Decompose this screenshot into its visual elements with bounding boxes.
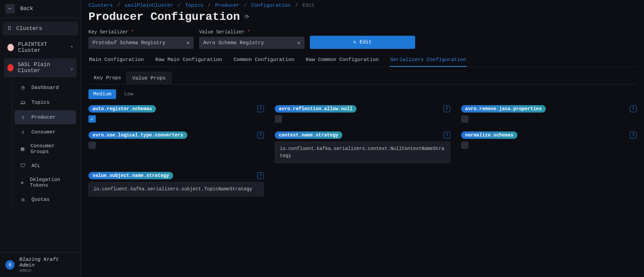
breadcrumb-current: Edit	[302, 3, 315, 8]
prop-avro-reflection-allow-null: avro.reflection.allow.null ?	[275, 105, 450, 123]
prop-checkbox[interactable]: ✓	[88, 115, 96, 123]
cluster-item-sasl[interactable]: SASL Plain Cluster ⌄	[4, 58, 77, 77]
groups-icon: ▤	[19, 145, 26, 153]
prop-name: avro.remove.java.properties	[461, 105, 546, 113]
nav-producer[interactable]: ⇧ Producer	[15, 110, 76, 124]
nav-label: Consumer	[31, 129, 56, 135]
prop-text-value[interactable]: io.confluent.kafka.serializers.subject.T…	[88, 182, 264, 196]
breadcrumb-link[interactable]: saslPlainCluster	[125, 3, 173, 8]
key-serializer-value: Protobuf Schema Registry	[92, 40, 165, 46]
prop-checkbox[interactable]	[88, 142, 96, 149]
back-label: Back	[20, 6, 33, 12]
help-icon[interactable]: ?	[444, 105, 450, 112]
nav-label: Topics	[31, 100, 50, 105]
prop-name: normalize.schemas	[461, 131, 517, 139]
prop-name: avro.use.logical.type.converters	[88, 131, 187, 139]
help-icon[interactable]: ?	[257, 132, 264, 138]
nav-quotas[interactable]: ⚖ Quotas	[15, 192, 76, 207]
key-serializer-label: Key Serializer *	[88, 29, 194, 35]
topics-icon: 🗂	[19, 99, 27, 106]
consumer-icon: ⇩	[19, 128, 27, 136]
network-icon: ⠿	[7, 25, 11, 32]
filter-tabs: Medium Low	[88, 89, 637, 99]
filter-medium[interactable]: Medium	[88, 89, 116, 99]
breadcrumb-link[interactable]: Clusters	[88, 3, 113, 8]
nav-consumer-groups[interactable]: ▤ Consumer Groups	[15, 140, 76, 158]
prop-context-name-strategy: context.name.strategy ? io.confluent.kaf…	[275, 131, 450, 163]
tab-main-config[interactable]: Main Configuration	[88, 54, 144, 67]
tokens-icon: ✳	[19, 179, 25, 186]
edit-button[interactable]: ✎ Edit	[310, 36, 415, 49]
sub-tab-key-props[interactable]: Key Props	[88, 72, 127, 84]
refresh-icon[interactable]: ⟳	[245, 13, 249, 20]
breadcrumb-link[interactable]: Producer	[215, 3, 239, 8]
help-icon[interactable]: ?	[630, 132, 637, 138]
value-serializer-select[interactable]: Avro Schema Registry ✕	[199, 37, 304, 49]
key-serializer-select[interactable]: Protobuf Schema Registry ✕	[88, 37, 194, 49]
nav-label: Consumer Groups	[31, 143, 71, 155]
sidebar-footer[interactable]: B Blazing Kraft Admin admin	[0, 252, 81, 277]
nav-delegation-tokens[interactable]: ✳ Delegation Tokens	[15, 174, 76, 192]
prop-value-subject-name-strategy: value.subject.name.strategy ? io.conflue…	[88, 172, 264, 196]
tab-raw-common-config[interactable]: Raw Common Configuration	[305, 54, 379, 67]
prop-avro-logical-type-converters: avro.use.logical.type.converters ?	[88, 131, 264, 163]
user-name: Blazing Kraft Admin	[19, 257, 75, 268]
tab-common-config[interactable]: Common Configuration	[233, 54, 295, 67]
sidebar-clusters-button[interactable]: ⠿ Clusters	[3, 22, 78, 35]
scale-icon: ⚖	[19, 196, 27, 203]
prop-checkbox[interactable]	[461, 115, 468, 123]
help-icon[interactable]: ?	[257, 172, 264, 179]
clear-icon[interactable]: ✕	[297, 39, 300, 46]
back-button[interactable]: ← Back	[0, 0, 81, 18]
pencil-icon: ✎	[353, 39, 356, 45]
sub-tab-value-props[interactable]: Value Props	[127, 72, 171, 85]
nav-label: Dashboard	[31, 85, 59, 91]
nav-consumer[interactable]: ⇩ Consumer	[15, 125, 76, 139]
nav-label: Delegation Tokens	[30, 177, 71, 188]
props-grid: auto.register.schemas ? ✓ avro.reflectio…	[88, 105, 637, 196]
nav-acl[interactable]: 🛡 ACL	[15, 159, 76, 173]
chevron-down-icon: ⌄	[71, 65, 73, 71]
breadcrumb-link[interactable]: Topics	[185, 3, 203, 8]
help-icon[interactable]: ?	[444, 132, 450, 138]
nav-label: ACL	[31, 163, 41, 169]
cluster-item-plaintext[interactable]: PLAINTEXT Cluster ⌃	[4, 38, 77, 57]
tab-raw-main-config[interactable]: Raw Main Configuration	[155, 54, 223, 67]
filter-low[interactable]: Low	[119, 89, 138, 99]
main-content: Clusters / saslPlainCluster / Topics / P…	[81, 0, 644, 277]
value-serializer-label: Value Serializer *	[199, 29, 304, 35]
producer-icon: ⇧	[19, 114, 27, 121]
prop-normalize-schemas: normalize.schemas ?	[461, 131, 637, 163]
value-serializer-value: Avro Schema Registry	[203, 40, 264, 46]
nav-label: Producer	[31, 115, 56, 120]
prop-checkbox[interactable]	[275, 115, 282, 123]
prop-avro-remove-java-properties: avro.remove.java.properties ?	[461, 105, 637, 123]
cluster-name: SASL Plain Cluster	[18, 62, 66, 74]
prop-text-value[interactable]: io.confluent.kafka.serializers.context.N…	[275, 142, 450, 163]
nav-dashboard[interactable]: ◷ Dashboard	[15, 81, 76, 95]
cluster-status-dot	[7, 64, 14, 71]
nav-items: ◷ Dashboard 🗂 Topics ⇧ Producer ⇩ Consum…	[12, 79, 78, 209]
clear-icon[interactable]: ✕	[186, 39, 190, 46]
prop-checkbox[interactable]	[461, 142, 468, 149]
cluster-name: PLAINTEXT Cluster	[18, 41, 66, 54]
prop-auto-register-schemas: auto.register.schemas ? ✓	[88, 105, 264, 123]
props-sub-tabs: Key Props Value Props	[88, 72, 637, 85]
nav-label: Quotas	[31, 197, 50, 203]
breadcrumb-link[interactable]: Configuration	[251, 3, 291, 8]
prop-name: value.subject.name.strategy	[88, 172, 173, 179]
page-title: Producer Configuration	[88, 10, 240, 23]
tab-serializers-config[interactable]: Serializers Configuration	[390, 54, 467, 67]
nav-topics[interactable]: 🗂 Topics	[15, 95, 76, 110]
help-icon[interactable]: ?	[257, 105, 264, 112]
prop-name: avro.reflection.allow.null	[275, 105, 356, 113]
back-icon: ←	[5, 4, 15, 13]
shield-icon: 🛡	[19, 162, 27, 170]
sidebar: ← Back ⠿ Clusters PLAINTEXT Cluster ⌃ SA…	[0, 0, 81, 277]
edit-label: Edit	[360, 39, 372, 45]
prop-name: auto.register.schemas	[88, 105, 156, 113]
help-icon[interactable]: ?	[630, 105, 637, 112]
chevron-up-icon: ⌃	[71, 45, 73, 51]
config-tabs: Main Configuration Raw Main Configuratio…	[88, 54, 637, 67]
dashboard-icon: ◷	[19, 84, 27, 91]
